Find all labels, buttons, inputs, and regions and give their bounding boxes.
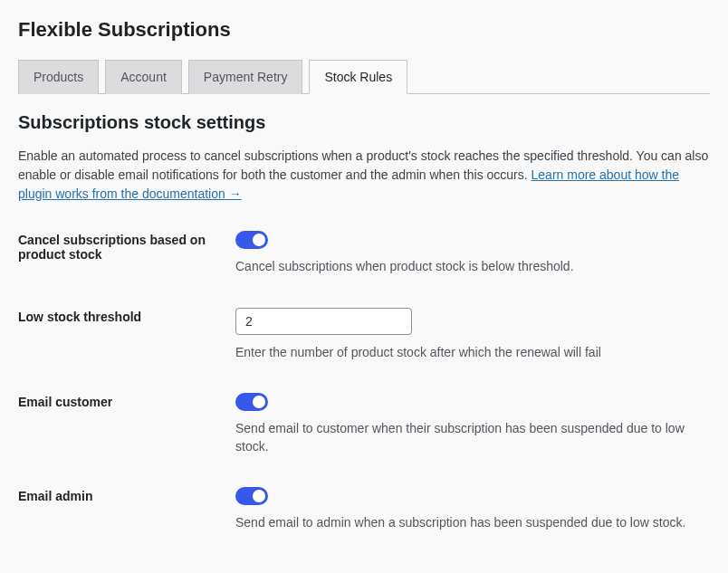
email-customer-toggle[interactable] <box>235 393 268 411</box>
intro-text: Enable an automated process to cancel su… <box>18 147 710 204</box>
tabs-nav: Products Account Payment Retry Stock Rul… <box>18 60 710 94</box>
page-title: Flexible Subscriptions <box>18 18 710 42</box>
setting-control: Enter the number of product stock after … <box>235 308 710 362</box>
tab-account[interactable]: Account <box>105 60 182 94</box>
setting-label: Low stock threshold <box>18 308 235 324</box>
setting-email-customer: Email customer Send email to customer wh… <box>18 393 710 455</box>
tab-products[interactable]: Products <box>18 60 99 94</box>
cancel-subscriptions-toggle[interactable] <box>235 231 268 249</box>
setting-description: Enter the number of product stock after … <box>235 344 710 362</box>
low-stock-threshold-input[interactable] <box>235 308 412 335</box>
tab-stock-rules[interactable]: Stock Rules <box>309 60 407 94</box>
setting-low-stock-threshold: Low stock threshold Enter the number of … <box>18 308 710 362</box>
section-title: Subscriptions stock settings <box>18 112 710 133</box>
setting-description: Cancel subscriptions when product stock … <box>235 258 710 276</box>
setting-label: Cancel subscriptions based on product st… <box>18 231 235 262</box>
setting-description: Send email to customer when their subscr… <box>235 420 710 455</box>
setting-label: Email admin <box>18 487 235 503</box>
setting-control: Send email to customer when their subscr… <box>235 393 710 455</box>
setting-cancel-subscriptions: Cancel subscriptions based on product st… <box>18 231 710 276</box>
setting-control: Send email to admin when a subscription … <box>235 487 710 532</box>
setting-control: Cancel subscriptions when product stock … <box>235 231 710 276</box>
setting-label: Email customer <box>18 393 235 409</box>
email-admin-toggle[interactable] <box>235 487 268 505</box>
settings-table: Cancel subscriptions based on product st… <box>18 231 710 532</box>
setting-email-admin: Email admin Send email to admin when a s… <box>18 487 710 532</box>
tab-payment-retry[interactable]: Payment Retry <box>188 60 303 94</box>
setting-description: Send email to admin when a subscription … <box>235 514 710 532</box>
